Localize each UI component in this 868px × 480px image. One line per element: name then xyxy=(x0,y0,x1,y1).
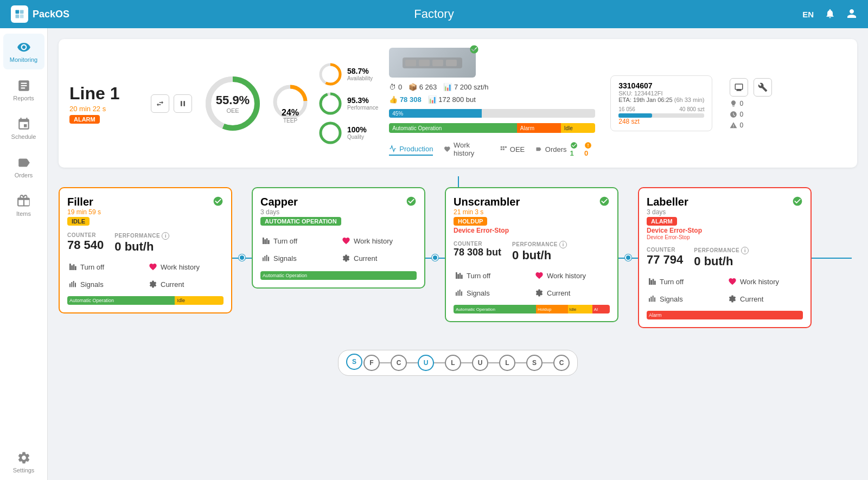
machine-stats: ⏱ 0 📦 6 263 📊 7 200 szt/h xyxy=(389,83,595,91)
unscrambler-turnoff-btn[interactable]: Turn off xyxy=(454,269,529,282)
node-S2[interactable]: S xyxy=(526,355,542,371)
svg-rect-0 xyxy=(16,10,20,14)
filler-perf-value: 0 but/h xyxy=(114,240,169,254)
machine-image-area xyxy=(389,48,476,78)
unscrambler-counter: COUNTER 78 308 but xyxy=(454,241,501,263)
labeller-workhistory-btn[interactable]: Work history xyxy=(727,275,803,288)
capper-signals-label: Signals xyxy=(273,254,297,263)
lang-selector[interactable]: EN xyxy=(802,10,814,19)
machine-card-labeller: Labeller 3 days ALARM Device Error-Stop … xyxy=(638,187,812,328)
unscrambler-signals-btn[interactable]: Signals xyxy=(454,286,529,299)
status-alarm: Alarm xyxy=(517,123,561,133)
sidebar-label-orders: Orders xyxy=(15,172,33,178)
tab-oee[interactable]: OEE xyxy=(500,144,525,155)
node-line-3 xyxy=(434,362,445,363)
monitor-button[interactable] xyxy=(730,78,748,97)
pause-button[interactable] xyxy=(174,94,192,113)
svg-rect-50 xyxy=(650,280,652,285)
node-U1[interactable]: U xyxy=(418,355,434,371)
capper-turnoff-btn[interactable]: Turn off xyxy=(260,234,336,247)
bulb-count: 0 xyxy=(739,100,743,107)
node-C[interactable]: C xyxy=(391,355,407,371)
labeller-perf-info[interactable]: i xyxy=(741,247,749,254)
svg-rect-22 xyxy=(505,146,507,148)
order-card: 33104607 SKU: 1234412FI ETA: 19th Jan 06… xyxy=(610,75,712,131)
svg-rect-20 xyxy=(501,146,502,148)
machine-check-icon xyxy=(469,44,479,56)
filler-signals-btn[interactable]: Signals xyxy=(67,278,143,291)
transfer-button[interactable] xyxy=(151,94,169,113)
sidebar-item-schedule[interactable]: Schedule xyxy=(3,111,44,146)
filler-check-icon xyxy=(213,196,224,207)
node-L1[interactable]: L xyxy=(445,355,461,371)
svg-point-14 xyxy=(321,123,340,143)
order-progress-bar xyxy=(618,113,652,118)
tab-production[interactable]: Production xyxy=(389,143,433,156)
sidebar-item-reports[interactable]: Reports xyxy=(3,72,44,108)
node-U2[interactable]: U xyxy=(472,355,488,371)
sidebar-item-monitoring[interactable]: Monitoring xyxy=(3,34,44,69)
user-icon[interactable] xyxy=(846,8,857,21)
line-title: Line 1 xyxy=(69,84,140,104)
rate-val: 7 200 szt/h xyxy=(454,83,489,91)
svg-rect-30 xyxy=(71,282,72,287)
order-number: 33104607 xyxy=(618,81,704,90)
labeller-turnoff-btn[interactable]: Turn off xyxy=(647,275,723,288)
node-row: F C U L U L S C xyxy=(363,355,570,371)
node-F[interactable]: F xyxy=(363,355,380,371)
svg-rect-41 xyxy=(456,272,457,279)
connector-dot-2 xyxy=(432,254,438,261)
labeller-header: Labeller 3 days ALARM Device Error-Stop … xyxy=(647,196,803,240)
orders-badge[interactable]: Orders 1 0 xyxy=(535,141,595,158)
filler-metrics: COUNTER 78 540 PERFORMANCE i 0 but/h xyxy=(67,232,224,254)
progress-pct: 45% xyxy=(392,111,403,117)
svg-rect-34 xyxy=(264,239,266,244)
machine-card-capper: Capper 3 days AUTOMATIC OPERATION Turn o… xyxy=(252,187,425,289)
capper-workhistory-btn[interactable]: Work history xyxy=(341,234,417,247)
node-C2[interactable]: C xyxy=(553,355,570,371)
svg-rect-46 xyxy=(457,291,458,296)
unscrambler-perf-info[interactable]: i xyxy=(559,241,567,248)
node-L2[interactable]: L xyxy=(499,355,515,371)
bulb-row: 0 xyxy=(730,100,772,107)
node-S[interactable]: S xyxy=(346,354,362,370)
sidebar-item-items[interactable]: Items xyxy=(3,188,44,223)
svg-rect-28 xyxy=(75,266,76,270)
line-time: 20 min 22 s xyxy=(69,105,140,113)
orders-green: 1 xyxy=(570,141,581,158)
capper-check-icon xyxy=(406,196,417,207)
unscrambler-workhistory-btn[interactable]: Work history xyxy=(534,269,610,282)
tab-work-history[interactable]: Work history xyxy=(444,139,488,159)
capper-uptime: 3 days xyxy=(260,208,341,216)
filler-perf-info[interactable]: i xyxy=(162,232,169,240)
filler-workhistory-btn[interactable]: Work history xyxy=(148,260,224,273)
alert-count: 0 xyxy=(739,121,743,129)
labeller-current-btn[interactable]: Current xyxy=(727,292,803,305)
labeller-performance: PERFORMANCE i 0 but/h xyxy=(694,247,749,268)
filler-current-btn[interactable]: Current xyxy=(148,278,224,291)
sidebar-item-orders[interactable]: Orders xyxy=(3,149,44,185)
order-total: 40 800 szt xyxy=(679,106,704,112)
filler-turnoff-btn[interactable]: Turn off xyxy=(67,260,143,273)
labeller-status-alarm: Alarm xyxy=(647,311,803,319)
svg-rect-37 xyxy=(263,258,264,261)
sidebar-label-monitoring: Monitoring xyxy=(10,56,37,63)
connector-1 xyxy=(239,254,245,261)
labeller-signals-btn[interactable]: Signals xyxy=(647,292,723,305)
capper-current-btn[interactable]: Current xyxy=(341,252,417,265)
filler-status-bar: Automatic Operation Idle xyxy=(67,296,224,305)
capper-signals-btn[interactable]: Signals xyxy=(260,252,336,265)
unscrambler-metrics: COUNTER 78 308 but PERFORMANCE i 0 but/h xyxy=(454,241,610,263)
machine-card-filler: Filler 19 min 59 s IDLE COUNTER 78 540 xyxy=(59,187,232,313)
svg-rect-27 xyxy=(73,264,75,270)
svg-rect-2 xyxy=(16,15,20,18)
tools-button[interactable] xyxy=(754,78,772,97)
unscrambler-current-btn[interactable]: Current xyxy=(534,286,610,299)
labeller-actions: Turn off Work history Signals Curre xyxy=(647,275,803,305)
machine-stats2: 👍 78 308 📊 172 800 but xyxy=(389,95,595,104)
sidebar-item-settings[interactable]: Settings xyxy=(3,444,44,480)
line-title-area: Line 1 20 min 22 s ALARM xyxy=(69,84,140,124)
notification-icon[interactable] xyxy=(825,8,835,21)
unscrambler-counter-label: COUNTER xyxy=(454,241,501,247)
logo[interactable]: PackOS xyxy=(11,5,69,23)
